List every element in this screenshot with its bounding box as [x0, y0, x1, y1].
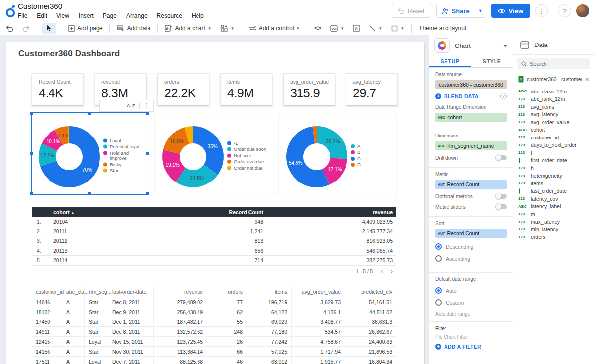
- tab-style[interactable]: STYLE: [471, 56, 513, 67]
- legend-item-order-overdue[interactable]: Order overdue: [227, 159, 266, 165]
- donut-chart-2[interactable]: 35%24.5%19.1%16.8%-1Order due soonNot su…: [155, 115, 273, 196]
- menu-resource[interactable]: Resource: [157, 12, 182, 19]
- blend-data-row[interactable]: + BLEND DATA ?: [435, 93, 507, 99]
- legend-item-1[interactable]: -1: [227, 140, 266, 146]
- column-header-orders[interactable]: orders: [207, 286, 247, 297]
- drill-down-toggle[interactable]: [496, 155, 507, 160]
- field-max-latency[interactable]: 123max_latency: [513, 218, 592, 226]
- legend-item-order-due-soon[interactable]: Order due soon: [227, 147, 266, 152]
- add-data-button[interactable]: Add data: [115, 24, 152, 33]
- field-abc-class-12m[interactable]: ABCabc_class_12m: [513, 88, 592, 95]
- menu-page[interactable]: Page: [103, 12, 117, 19]
- column-header-items[interactable]: items: [247, 286, 292, 297]
- column-header-record-count[interactable]: Record Count: [173, 209, 267, 215]
- embed-url-button[interactable]: <>: [312, 24, 323, 33]
- menu-arrange[interactable]: Arrange: [126, 12, 148, 19]
- column-header-avg-order-value[interactable]: avg_order_value: [292, 286, 345, 297]
- field-h[interactable]: 123h: [513, 164, 592, 172]
- sort-metric-chip[interactable]: AUT Record Count: [435, 229, 507, 238]
- column-header-abc-cla[interactable]: abc_cla...: [62, 286, 85, 297]
- theme-and-layout-button[interactable]: Theme and layout: [417, 24, 468, 33]
- menu-insert[interactable]: Insert: [79, 12, 94, 19]
- chart-more-icon[interactable]: ⋮: [144, 102, 149, 109]
- menu-edit[interactable]: Edit: [37, 12, 47, 19]
- cohort-table[interactable]: cohort ▲Record Countrevenue1.201049484,4…: [32, 207, 396, 277]
- sort-az-icon[interactable]: A↓Z: [127, 103, 135, 108]
- field-avg-order-value[interactable]: 123avg_order_value: [513, 118, 592, 126]
- legend-item-c[interactable]: C: [351, 156, 361, 162]
- community-visualizations-button[interactable]: ▼: [219, 24, 237, 33]
- report-page[interactable]: Customer360 Dashboard Record Count4.4Kre…: [6, 42, 425, 364]
- add-image-button[interactable]: ▼: [328, 24, 346, 33]
- redo-button[interactable]: [20, 24, 32, 33]
- help-icon[interactable]: ?: [500, 93, 507, 99]
- dimension-chip[interactable]: ABC rfm_segment_name: [435, 141, 507, 150]
- pagination-prev-icon[interactable]: ‹: [381, 268, 383, 274]
- field-orders[interactable]: 123orders: [513, 233, 592, 241]
- legend-item-not-sure[interactable]: Not sure: [227, 153, 266, 158]
- field-last-order-date[interactable]: last_order_date: [513, 187, 592, 195]
- sort-option-ascending[interactable]: Ascending: [435, 255, 507, 262]
- field-days-to-next-order[interactable]: 123days_to_next_order: [513, 141, 592, 149]
- optional-metrics-toggle[interactable]: [496, 194, 507, 199]
- add-filter-link[interactable]: ADD A FILTER: [444, 344, 481, 350]
- menu-help[interactable]: Help: [192, 12, 204, 19]
- scorecard-items[interactable]: items4.9M: [220, 73, 272, 105]
- legend-item-star[interactable]: Star: [103, 168, 145, 174]
- field-avg-latency[interactable]: 123avg_latency: [513, 111, 592, 119]
- donut-slice-1[interactable]: [193, 126, 224, 175]
- date-range-option-auto[interactable]: Auto: [435, 287, 507, 294]
- page-title[interactable]: Customer360 Dashboard: [18, 49, 120, 59]
- legend-item-d[interactable]: D: [351, 162, 361, 168]
- add-chart-button[interactable]: Add a chart ▼: [163, 24, 213, 33]
- column-header-predicted-clv[interactable]: predicted_clv: [345, 286, 396, 297]
- field-min-latency[interactable]: 123min_latency: [513, 226, 592, 233]
- user-avatar[interactable]: [576, 4, 589, 17]
- help-button[interactable]: ?: [558, 4, 571, 17]
- blend-data-link[interactable]: BLEND DATA: [444, 93, 479, 99]
- field-first-order-date[interactable]: first_order_date: [513, 157, 592, 165]
- legend-item-loyal[interactable]: Loyal: [103, 138, 145, 143]
- legend-item-b[interactable]: B: [351, 150, 361, 155]
- add-shape-button[interactable]: ▼: [389, 24, 406, 33]
- add-filter-row[interactable]: + ADD A FILTER: [435, 344, 507, 350]
- legend-item-a[interactable]: A: [351, 144, 361, 149]
- metric-sliders-toggle[interactable]: [496, 204, 507, 209]
- field-items[interactable]: 123items: [513, 180, 592, 187]
- selection-handle[interactable]: [146, 112, 149, 115]
- field-abc-rank-12m[interactable]: 123abc_rank_12m: [513, 95, 592, 103]
- legend-item-hold-and-improve[interactable]: Hold and improve: [103, 150, 145, 161]
- date-range-dimension-chip[interactable]: ABC cohort: [435, 113, 507, 122]
- scorecard-avg-latency[interactable]: avg_latency29.7: [346, 73, 398, 105]
- chart-type-icon-box[interactable]: [434, 38, 450, 53]
- donut-chart-1[interactable]: 70%12.1%10.1%7.1%LoyalPotential loyalHol…: [31, 115, 149, 196]
- pagination-next-icon[interactable]: ›: [391, 268, 393, 274]
- column-header-rfm-seg[interactable]: rfm_seg...: [85, 286, 108, 297]
- column-header-revenue[interactable]: revenue: [154, 286, 207, 297]
- canvas[interactable]: Customer360 Dashboard Record Count4.4Kre…: [0, 35, 429, 364]
- field-avg-items[interactable]: 123avg_items: [513, 103, 592, 111]
- report-title[interactable]: Customer360: [18, 2, 62, 10]
- tab-setup[interactable]: SETUP: [429, 56, 471, 67]
- reset-button[interactable]: Reset: [392, 4, 431, 18]
- scorecard-record-count[interactable]: Record Count4.4K: [32, 73, 84, 105]
- field-f[interactable]: 123f: [513, 149, 592, 157]
- date-range-option-custom[interactable]: Custom: [435, 299, 507, 306]
- undo-button[interactable]: [4, 24, 15, 33]
- share-dropdown-button[interactable]: ▼: [475, 4, 486, 17]
- column-header-customer-id[interactable]: customer_id: [32, 286, 62, 297]
- column-header-last-order-date[interactable]: last-order-date: [108, 286, 154, 297]
- field-m[interactable]: 123m: [513, 210, 592, 218]
- share-button[interactable]: Share: [437, 4, 475, 17]
- scorecard-orders[interactable]: orders22.2K: [157, 73, 209, 105]
- search-box[interactable]: Search: [517, 58, 590, 69]
- view-button[interactable]: View: [491, 4, 530, 18]
- add-text-button[interactable]: A: [351, 24, 362, 33]
- data-source-chip[interactable]: customer360 - customer360: [435, 80, 507, 89]
- field-cohort[interactable]: ABCcohort: [513, 126, 592, 134]
- donut-chart-3[interactable]: 26.2%17.1%54.5%ABCD: [279, 115, 396, 196]
- scorecard-avg-order-value[interactable]: avg_order_value315.9: [283, 73, 335, 105]
- field-latency-label[interactable]: ABClatency_label: [513, 203, 592, 211]
- add-page-button[interactable]: Add page: [66, 24, 104, 33]
- field-latency-cov[interactable]: 123latency_cov: [513, 195, 592, 203]
